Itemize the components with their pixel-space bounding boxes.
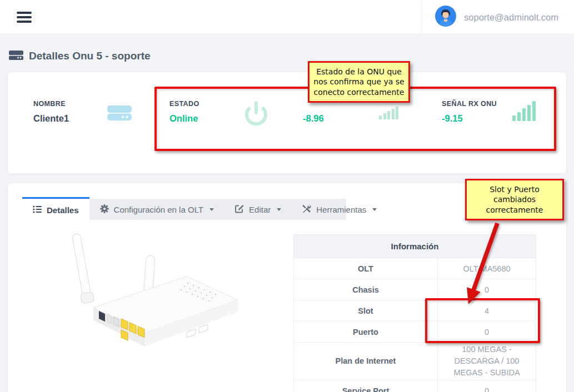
- tab-strip: Detalles: [22, 199, 346, 220]
- row-label: Slot: [294, 300, 438, 321]
- row-value: 100 MEGAS - DESCARGA / 100 MEGAS - SUBID…: [438, 343, 536, 380]
- stat-label: NOMBRE: [33, 100, 69, 108]
- annotation-note-estado: Estado de la ONU que nos confirma que ya…: [308, 61, 410, 103]
- user-menu[interactable]: soporte@adminolt.com: [422, 0, 574, 34]
- list-icon: [33, 205, 42, 215]
- row-label: Puerto: [294, 321, 438, 343]
- tab-editar[interactable]: Editar: [224, 199, 292, 220]
- page-root: soporte@adminolt.com Detalles Onu 5 - so…: [0, 0, 574, 392]
- hamburger-menu-icon[interactable]: [17, 11, 32, 24]
- top-bar: soporte@adminolt.com: [0, 0, 574, 34]
- row-value: 0: [438, 380, 536, 392]
- tab-detalles[interactable]: Detalles: [22, 197, 89, 221]
- annotation-arrow: [449, 221, 510, 305]
- gear-icon: [100, 204, 109, 215]
- row-label: Plan de Internet: [294, 343, 438, 380]
- table-row: Plan de Internet 100 MEGAS - DESCARGA / …: [294, 343, 536, 380]
- tab-herramientas[interactable]: Herramientas: [292, 199, 387, 220]
- chevron-down-icon: [277, 208, 281, 211]
- device-icon: [106, 103, 133, 124]
- tab-configuracion-olt[interactable]: Configuración en la OLT: [89, 199, 224, 220]
- table-row: Service Port 0: [294, 380, 536, 392]
- chevron-down-icon: [209, 208, 214, 211]
- router-image: [53, 223, 242, 361]
- stat-nombre: NOMBRE Cliente1: [33, 100, 69, 124]
- tools-icon: [302, 204, 311, 215]
- row-label: Chasis: [294, 279, 438, 300]
- row-label: OLT: [294, 258, 438, 279]
- edit-icon: [235, 204, 244, 215]
- user-avatar: [435, 5, 457, 29]
- chevron-down-icon: [372, 208, 377, 211]
- page-title: Detalles Onu 5 - soporte: [9, 49, 151, 63]
- stat-value: Cliente1: [33, 113, 69, 124]
- row-label: Service Port: [294, 380, 438, 392]
- onu-device-icon: [9, 49, 23, 63]
- annotation-note-slot: Slot y Puerto cambiados correctamente: [465, 179, 564, 220]
- user-email: soporte@adminolt.com: [464, 12, 558, 23]
